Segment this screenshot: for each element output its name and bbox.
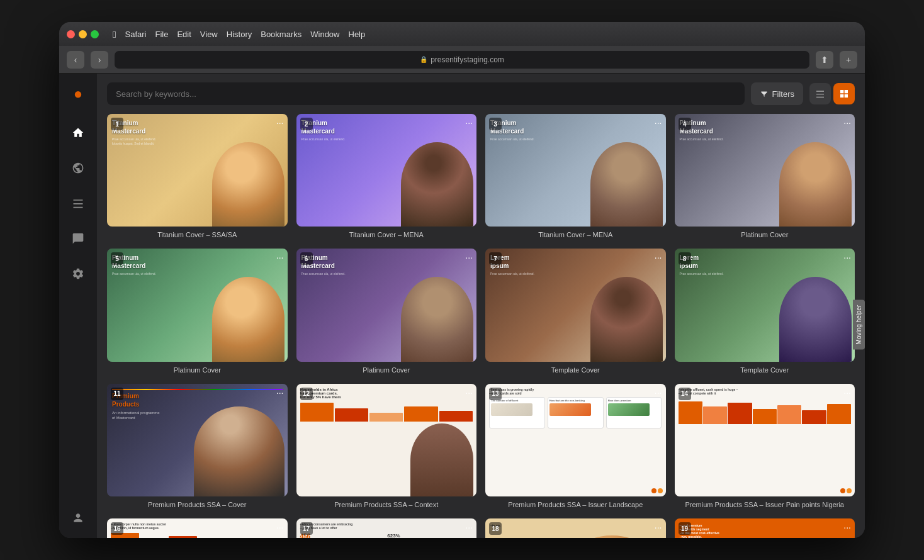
card-menu-14[interactable]: ··· [843, 388, 851, 398]
sidebar-item-settings[interactable] [67, 262, 89, 285]
help-menu[interactable]: Help [349, 30, 366, 39]
card-menu-2[interactable]: ··· [465, 118, 473, 128]
sidebar-item-home[interactable] [67, 121, 89, 144]
grid-view-button[interactable] [833, 83, 855, 104]
card-menu-4[interactable]: ··· [843, 118, 851, 128]
card-16[interactable]: ~ullamcorper nulla non metus auctor~fusa… [107, 518, 288, 538]
card-menu-8[interactable]: ··· [843, 252, 851, 262]
card-3[interactable]: TitaniumMastercard Prae accumsan ula, ut… [485, 114, 666, 240]
back-button[interactable]: ‹ [67, 51, 84, 69]
card-label-1: Titanium Cover – SSA/SA [107, 230, 288, 240]
card-17[interactable]: ~African consumers are embracing~, they … [296, 518, 477, 538]
card-label-13: Premium Products SSA – Issuer Landscape [485, 500, 666, 510]
slide-title: Loremipsum [490, 254, 661, 270]
card-12[interactable]: Households in Africahave premium cards,b… [296, 384, 477, 510]
card-menu-7[interactable]: ··· [655, 252, 662, 262]
card-label-3: Titanium Cover – MENA [485, 230, 666, 240]
slide-body: Prae accumsan ula, ut eleifend. [112, 272, 283, 276]
card-num-14: 14 [679, 388, 691, 400]
card-menu-19[interactable]: ··· [843, 522, 851, 532]
card-menu-17[interactable]: ··· [465, 522, 473, 532]
card-menu-12[interactable]: ··· [465, 388, 473, 398]
card-8[interactable]: Loremipsum Prae accumsan ula, ut eleifen… [675, 249, 855, 374]
card-thumb-18: ~ts up: 18 ··· [485, 518, 666, 538]
card-menu-11[interactable]: ··· [276, 388, 284, 398]
sidebar-item-user[interactable] [67, 507, 89, 529]
card-num-6: 6 [300, 252, 313, 265]
slide-title: PremiumProducts [112, 392, 283, 408]
lock-icon: 🔒 [420, 56, 427, 63]
list-view-button[interactable] [809, 83, 831, 104]
grid-icon [839, 89, 849, 99]
slide-title: PlatinumMastercard [112, 254, 283, 270]
search-input[interactable] [107, 82, 745, 105]
safari-menu[interactable]: Safari [125, 30, 146, 39]
apple-menu[interactable]:  [113, 29, 116, 40]
card-label-4: Platinum Cover [675, 230, 855, 240]
history-menu[interactable]: History [227, 30, 252, 39]
card-1[interactable]: TitaniumMastercard Prae accumsan ula, ut… [107, 114, 288, 240]
card-13[interactable]: ~lient class is growing rapidly~mium car… [485, 384, 666, 510]
slide-body: Prae accumsan ula, ut eleifend. [301, 137, 472, 142]
mac-menu:  Safari File Edit View History Bookmark… [113, 29, 365, 40]
forward-button[interactable]: › [91, 51, 108, 69]
card-14[interactable]: ~ving the affluent, cash spend is huge –… [675, 384, 855, 510]
card-menu-5[interactable]: ··· [276, 252, 284, 262]
slide-title: TitaniumMastercard [301, 119, 472, 135]
minimize-button[interactable] [79, 30, 87, 38]
search-bar-row: Filters [97, 74, 865, 111]
mac-frame:  Safari File Edit View History Bookmark… [59, 22, 865, 538]
card-19[interactable]: ~card premium~rate adds segment~te the m… [675, 518, 855, 538]
card-thumb-7: Loremipsum Prae accumsan ula, ut eleifen… [485, 249, 666, 361]
card-6[interactable]: PlatinumMastercard Prae accumsan ula, ut… [296, 249, 477, 374]
card-thumb-12: Households in Africahave premium cards,b… [296, 384, 477, 496]
edit-menu[interactable]: Edit [177, 30, 191, 39]
sidebar: ● [59, 74, 97, 538]
bookmarks-menu[interactable]: Bookmarks [261, 30, 301, 39]
card-4[interactable]: PlatinumMastercard Prae accumsan ula, ut… [675, 114, 855, 240]
card-5[interactable]: PlatinumMastercard Prae accumsan ula, ut… [107, 249, 288, 374]
card-thumb-5: PlatinumMastercard Prae accumsan ula, ut… [107, 249, 288, 361]
card-menu-3[interactable]: ··· [655, 118, 662, 128]
card-label-6: Platinum Cover [296, 366, 477, 375]
slide-title: TitaniumMastercard [112, 119, 283, 135]
slide-title: PlatinumMastercard [680, 119, 850, 135]
card-thumb-16: ~ullamcorper nulla non metus auctor~fusa… [107, 518, 288, 538]
card-menu-13[interactable]: ··· [655, 388, 662, 398]
card-thumb-3: TitaniumMastercard Prae accumsan ula, ut… [485, 114, 666, 227]
card-num-1: 1 [111, 118, 123, 130]
sidebar-item-list[interactable] [67, 192, 89, 215]
sidebar-item-chat[interactable] [67, 227, 89, 250]
card-18[interactable]: ~ts up: 18 ··· [485, 518, 666, 538]
slide-body: Prae accumsan ula, ut eleifend. [680, 272, 850, 276]
file-menu[interactable]: File [155, 30, 168, 39]
card-num-11: 11 [111, 388, 123, 400]
close-button[interactable] [67, 30, 75, 38]
new-tab-button[interactable]: + [840, 51, 857, 69]
address-bar[interactable]: 🔒 presentifystaging.com [115, 51, 809, 69]
card-menu-6[interactable]: ··· [465, 252, 473, 262]
maximize-button[interactable] [91, 30, 99, 38]
card-thumb-11: PremiumProducts An informational program… [107, 384, 288, 496]
view-menu[interactable]: View [200, 30, 218, 39]
card-7[interactable]: Loremipsum Prae accumsan ula, ut eleifen… [485, 249, 666, 374]
filters-button[interactable]: Filters [751, 82, 803, 105]
card-num-18: 18 [489, 522, 502, 535]
slide-body: Prae accumsan ula, ut eleifend. [490, 137, 661, 142]
window-menu[interactable]: Window [310, 30, 339, 39]
card-num-8: 8 [679, 252, 691, 265]
card-label-11: Premium Products SSA – Cover [107, 500, 288, 510]
card-menu-16[interactable]: ··· [276, 522, 284, 532]
share-button[interactable]: ⬆ [816, 51, 833, 69]
card-label-7: Template Cover [485, 366, 666, 375]
accent-bar [112, 389, 283, 390]
card-num-12: 12 [300, 388, 313, 400]
card-num-2: 2 [300, 118, 313, 130]
moving-helper-tab[interactable]: Moving helper [853, 300, 865, 350]
grid-container: TitaniumMastercard Prae accumsan ula, ut… [97, 111, 865, 538]
card-2[interactable]: TitaniumMastercard Prae accumsan ula, ut… [296, 114, 477, 240]
sidebar-item-globe[interactable] [67, 157, 89, 179]
card-menu-1[interactable]: ··· [276, 118, 284, 128]
card-menu-18[interactable]: ··· [655, 522, 662, 532]
card-11[interactable]: PremiumProducts An informational program… [107, 384, 288, 510]
